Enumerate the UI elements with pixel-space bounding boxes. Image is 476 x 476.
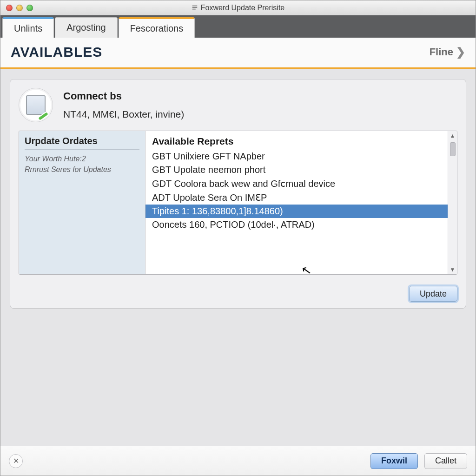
page-title: AVAILABLES	[11, 44, 102, 60]
split-panel: Urpdate Ordates Your Worth Hute:2 Rrnrus…	[19, 131, 457, 275]
foxwil-button[interactable]: Foxwil	[370, 453, 418, 469]
tab-argosting[interactable]: Argosting	[55, 17, 118, 38]
titlebar: Foxwerd Update Prerisite	[0, 0, 476, 15]
minimize-window-button[interactable]	[16, 5, 23, 11]
next-link[interactable]: Fline ❯	[430, 46, 465, 59]
update-row: Update	[19, 283, 457, 302]
callet-button[interactable]: Callet	[424, 453, 467, 469]
app-icon	[192, 5, 198, 11]
connect-icon	[19, 88, 53, 122]
scroll-up-icon[interactable]: ▲	[450, 131, 456, 140]
connect-texts: Comnect bs NT44, MM€I, Boxter, invine)	[63, 90, 184, 120]
sidebar-panel: Urpdate Ordates Your Worth Hute:2 Rrnrus…	[19, 131, 145, 274]
chevron-right-icon: ❯	[456, 46, 465, 59]
scroll-down-icon[interactable]: ▼	[448, 265, 457, 274]
next-link-label: Fline	[430, 46, 453, 58]
zoom-window-button[interactable]	[26, 5, 33, 11]
connect-title: Comnect bs	[63, 90, 184, 102]
list-item[interactable]: Tipites 1: 136,83800,1]8.14860)	[145, 205, 457, 218]
window-controls	[6, 5, 33, 11]
list-title: Available Reprets	[145, 131, 457, 150]
footer-left-button[interactable]: ✕	[9, 454, 23, 468]
window-title: Foxwerd Update Prerisite	[0, 4, 476, 12]
list-items: GBT Unilxiere GFT NApber GBT Upolate nee…	[145, 150, 457, 274]
footer-right-buttons: Foxwil Callet	[370, 453, 467, 469]
tab-label: Argosting	[66, 22, 106, 33]
update-button[interactable]: Update	[409, 286, 457, 302]
update-card: Comnect bs NT44, MM€I, Boxter, invine) U…	[10, 79, 466, 309]
sidebar-divider	[25, 149, 139, 150]
document-update-icon	[26, 95, 46, 115]
page-header: AVAILABLES Fline ❯	[0, 38, 476, 69]
list-item[interactable]: ADT Upolate Sera On IMƐP	[145, 191, 457, 205]
tab-strip: Unlints Argosting Fescorations	[0, 15, 476, 38]
scroll-thumb[interactable]	[450, 142, 456, 156]
tab-unlints[interactable]: Unlints	[2, 17, 54, 38]
list-item[interactable]: GDT Coolora back wew and Gfϲmual device	[145, 177, 457, 191]
close-icon: ✕	[13, 456, 19, 465]
sidebar-title: Urpdate Ordates	[25, 136, 139, 146]
app-window: Foxwerd Update Prerisite Unlints Argosti…	[0, 0, 476, 476]
scrollbar[interactable]: ▲ ▼	[448, 131, 457, 274]
list-panel: Available Reprets GBT Unilxiere GFT NApb…	[145, 131, 457, 274]
tab-fescorations[interactable]: Fescorations	[119, 17, 195, 38]
window-title-text: Foxwerd Update Prerisite	[201, 4, 285, 12]
list-item[interactable]: GBT Unilxiere GFT NApber	[145, 150, 457, 163]
list-item[interactable]: Ooncets 160, PCTIOD (10del·, ATRAD)	[145, 218, 457, 231]
footer-bar: ✕ Foxwil Callet	[0, 446, 476, 476]
connect-subtitle: NT44, MM€I, Boxter, invine)	[63, 109, 184, 120]
scrollbar-top[interactable]: ▲	[450, 131, 456, 156]
connect-row: Comnect bs NT44, MM€I, Boxter, invine)	[19, 88, 457, 122]
close-window-button[interactable]	[6, 5, 13, 11]
tab-label: Fescorations	[130, 23, 184, 34]
main-canvas: Comnect bs NT44, MM€I, Boxter, invine) U…	[0, 69, 476, 446]
sidebar-line: Rrnrust Seres for Updates	[25, 164, 139, 175]
sidebar-line: Your Worth Hute:2	[25, 153, 139, 164]
tab-label: Unlints	[14, 23, 42, 34]
list-item[interactable]: GBT Upolate neemon phort	[145, 163, 457, 177]
